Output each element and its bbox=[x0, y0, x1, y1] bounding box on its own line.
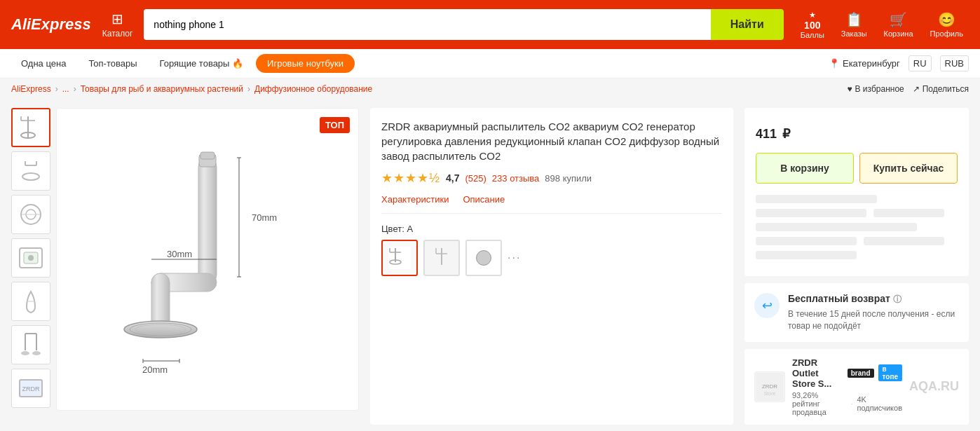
color-dot-c bbox=[476, 250, 491, 266]
thumbnail-1[interactable] bbox=[11, 108, 50, 147]
thumbnail-2[interactable] bbox=[11, 151, 50, 191]
nav-bar: Одна цена Топ-товары Горящие товары 🔥 Иг… bbox=[0, 49, 980, 78]
store-subscribers: 4K подписчиков bbox=[857, 395, 902, 412]
swatch-b-image bbox=[429, 245, 454, 271]
svg-rect-42 bbox=[388, 247, 411, 269]
rating-number: 4,7 bbox=[446, 172, 459, 184]
reviews-label[interactable]: 233 отзыва bbox=[492, 173, 540, 184]
rating-row: ★★★★½ 4,7 (525) 233 отзыва 898 купили bbox=[381, 170, 722, 186]
svg-point-14 bbox=[28, 255, 34, 261]
svg-rect-31 bbox=[200, 152, 215, 159]
currency-button[interactable]: RUB bbox=[940, 55, 969, 71]
favorite-button[interactable]: ♥ В избранное bbox=[847, 84, 904, 94]
reviews-count: (525) bbox=[465, 173, 486, 184]
top-badge-store: в топе bbox=[878, 364, 902, 381]
catalog-button[interactable]: ⊞ Каталог bbox=[102, 11, 133, 39]
store-meta: 93,26% рейтинг продавца · 4K подписчиков bbox=[792, 391, 902, 416]
location-button[interactable]: 📍 Екатеринбург bbox=[829, 58, 900, 69]
skeleton-3 bbox=[873, 209, 944, 217]
heart-icon: ♥ bbox=[847, 84, 852, 94]
breadcrumb-actions: ♥ В избранное ↗ Поделиться bbox=[847, 84, 969, 94]
svg-text:ZRDR: ZRDR bbox=[762, 383, 777, 390]
color-swatch-c[interactable] bbox=[465, 240, 502, 276]
logo[interactable]: AliExpress bbox=[11, 15, 91, 34]
product-svg: 30mm 70mm 20mm bbox=[71, 123, 344, 396]
svg-point-20 bbox=[32, 351, 41, 355]
main-product-image[interactable]: ТОП bbox=[56, 108, 359, 411]
bonus-icon: ★ bbox=[809, 11, 816, 20]
profile-icon: 😊 bbox=[938, 11, 955, 28]
color-options: ··· bbox=[381, 240, 722, 276]
orders-icon: 📋 bbox=[845, 11, 863, 28]
cart-button[interactable]: 🛒 Корзина bbox=[878, 8, 919, 41]
share-button[interactable]: ↗ Поделиться bbox=[913, 84, 969, 94]
nav-item-one-price[interactable]: Одна цена bbox=[11, 53, 76, 74]
info-icon[interactable]: ⓘ bbox=[893, 294, 901, 304]
thumbnail-5[interactable] bbox=[11, 282, 50, 321]
thumbnail-4[interactable] bbox=[11, 238, 50, 278]
breadcrumb-ellipsis[interactable]: ... bbox=[62, 84, 69, 94]
bonus-button[interactable]: ★ 100 Баллы bbox=[795, 8, 830, 42]
header: AliExpress ⊞ Каталог Найти ★ 100 Баллы 📋… bbox=[0, 0, 980, 49]
skeleton-2 bbox=[756, 209, 866, 217]
right-panel: 411 ₽ В корзину Купить сейчас bbox=[744, 108, 969, 425]
product-title: ZRDR аквариумный распылитель CO2 аквариу… bbox=[381, 119, 722, 163]
search-bar: Найти bbox=[144, 9, 783, 40]
color-swatch-a[interactable] bbox=[381, 240, 418, 276]
thumbnail-7[interactable]: ZRDR bbox=[11, 369, 50, 408]
color-label: Цвет: A bbox=[381, 224, 722, 234]
svg-text:70mm: 70mm bbox=[252, 212, 277, 223]
nav-item-gaming-laptops[interactable]: Игровые ноутбуки bbox=[256, 54, 355, 73]
thumbnail-5-image bbox=[14, 285, 48, 318]
thumbnail-1-image bbox=[14, 111, 48, 144]
thumbnail-2-image bbox=[14, 154, 48, 188]
svg-text:20mm: 20mm bbox=[142, 364, 168, 375]
skeleton-5 bbox=[756, 237, 857, 245]
sold-count: 898 купили bbox=[545, 173, 592, 184]
skeleton-row-1 bbox=[756, 209, 958, 217]
add-to-cart-button[interactable]: В корзину bbox=[756, 153, 854, 184]
main-content: ZRDR ТОП bbox=[0, 100, 980, 431]
search-button[interactable]: Найти bbox=[711, 9, 784, 40]
store-logo-image: ZRDR Store bbox=[756, 373, 784, 401]
store-logo[interactable]: ZRDR Store bbox=[754, 371, 785, 402]
thumbnail-3-image bbox=[14, 198, 48, 231]
breadcrumb-category[interactable]: Товары для рыб и аквариумных растений bbox=[81, 84, 243, 94]
price-box: 411 ₽ В корзину Купить сейчас bbox=[744, 108, 969, 276]
watermark: AQA.RU bbox=[909, 379, 959, 394]
color-selected-value: A bbox=[407, 224, 413, 234]
skeleton-6 bbox=[864, 237, 944, 245]
star-rating: ★★★★½ bbox=[381, 170, 440, 186]
color-swatch-b[interactable] bbox=[423, 240, 460, 276]
buy-now-button[interactable]: Купить сейчас bbox=[859, 153, 958, 184]
header-actions: ★ 100 Баллы 📋 Заказы 🛒 Корзина 😊 Профиль bbox=[795, 8, 969, 42]
language-button[interactable]: RU bbox=[908, 55, 932, 71]
product-tabs: Характеристики Описание bbox=[381, 194, 722, 214]
store-name: ZRDR Outlet Store S... brand в топе bbox=[792, 357, 902, 389]
return-desc: В течение 15 дней после получения - если… bbox=[788, 308, 959, 332]
buy-buttons: В корзину Купить сейчас bbox=[756, 153, 958, 184]
orders-button[interactable]: 📋 Заказы bbox=[836, 8, 873, 41]
location-icon: 📍 bbox=[829, 58, 840, 69]
tab-description[interactable]: Описание bbox=[463, 194, 505, 209]
breadcrumb-subcategory[interactable]: Диффузионное оборудование bbox=[254, 84, 372, 94]
search-input[interactable] bbox=[144, 9, 710, 40]
return-info-box: ↩ Бесплатный возврат ⓘ В течение 15 дней… bbox=[744, 283, 969, 342]
location-label: Екатеринбург bbox=[843, 58, 900, 69]
thumbnail-3[interactable] bbox=[11, 195, 50, 234]
tab-characteristics[interactable]: Характеристики bbox=[381, 194, 449, 209]
profile-label: Профиль bbox=[930, 29, 964, 38]
store-info: ZRDR Outlet Store S... brand в топе 93,2… bbox=[792, 357, 902, 416]
profile-button[interactable]: 😊 Профиль bbox=[925, 8, 969, 41]
brand-badge: brand bbox=[848, 369, 874, 378]
skeleton-row-2 bbox=[756, 237, 958, 245]
bonus-label: Баллы bbox=[801, 31, 824, 39]
breadcrumb-home[interactable]: AliExpress bbox=[11, 84, 51, 94]
nav-item-hot-deals[interactable]: Горящие товары 🔥 bbox=[150, 53, 254, 74]
skeleton-1 bbox=[756, 195, 877, 203]
nav-item-top-products[interactable]: Топ-товары bbox=[79, 53, 147, 74]
svg-text:ZRDR: ZRDR bbox=[22, 385, 40, 392]
thumbnail-6[interactable] bbox=[11, 325, 50, 364]
thumbnail-6-image bbox=[14, 328, 48, 362]
store-box: ZRDR Store ZRDR Outlet Store S... brand … bbox=[744, 349, 969, 425]
